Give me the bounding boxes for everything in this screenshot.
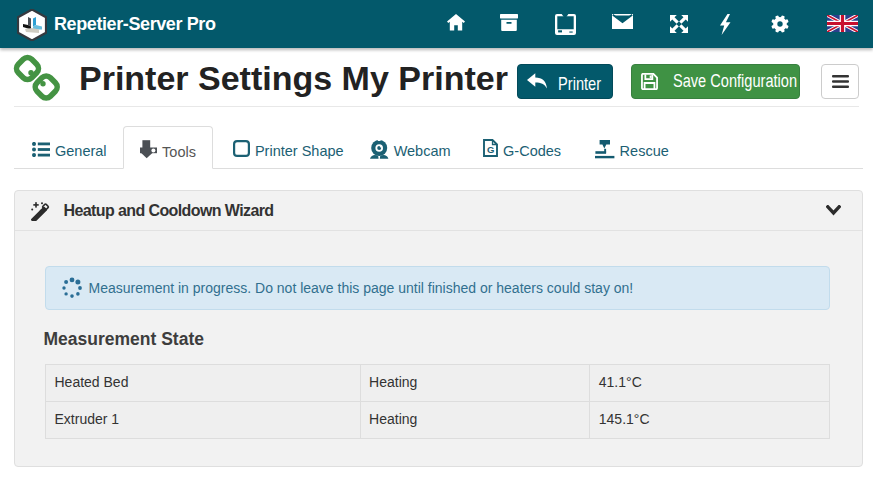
svg-text:G: G [487, 143, 494, 154]
